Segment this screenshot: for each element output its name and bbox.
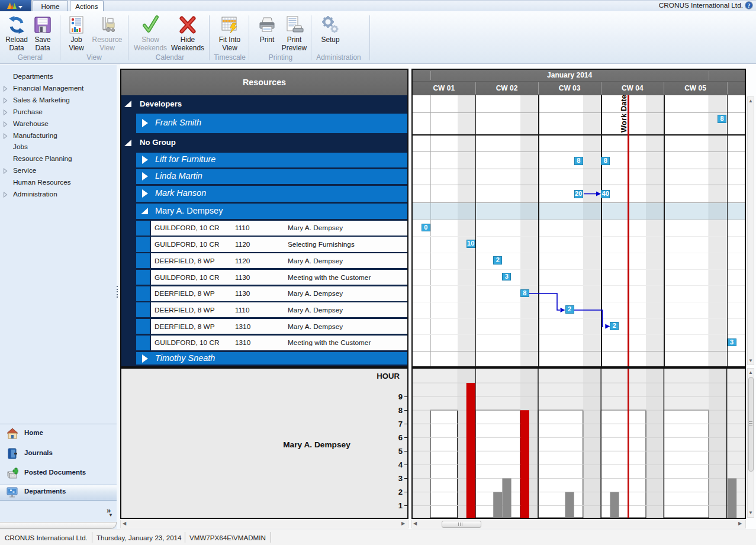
- svg-text:?: ?: [748, 2, 751, 8]
